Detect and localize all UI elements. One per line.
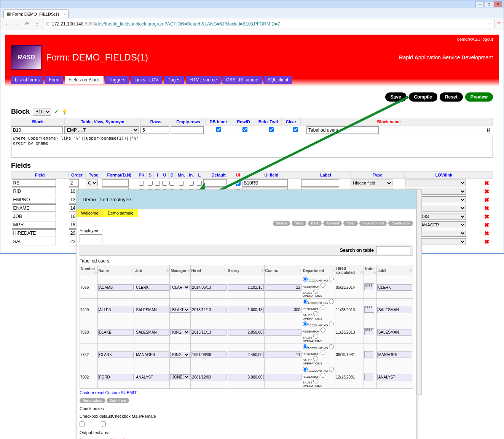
logout-link[interactable]: logout	[482, 37, 493, 41]
logo: RASD	[11, 45, 41, 70]
field-name[interactable]	[12, 213, 56, 220]
fields-hdr-13: UI	[234, 172, 242, 179]
delete-row-icon[interactable]: ✖	[483, 188, 490, 195]
url-bar[interactable]: 🗋 172.21.100.148:8088/dev/!rasdc_fieldso…	[43, 20, 495, 28]
preview-btn-search[interactable]: Search	[273, 221, 290, 226]
bulb-icon[interactable]: 💡	[62, 109, 67, 115]
cb-ui[interactable]	[236, 181, 241, 186]
delete-row-icon[interactable]: ✖	[483, 221, 490, 229]
delete-row-icon[interactable]: ✖	[483, 196, 490, 204]
hdr-table: Table, View, Synonym	[65, 118, 141, 125]
cb-in[interactable]	[189, 181, 194, 186]
forward-button[interactable]: →	[13, 20, 21, 28]
field-type[interactable]: C	[86, 180, 98, 186]
preview-tab-1[interactable]: Demo sample	[103, 209, 138, 217]
nav-tab-fields-on-block[interactable]: Fields on Block	[65, 76, 103, 84]
table-select[interactable]: EMP ... T	[64, 126, 139, 134]
fields-hdr-14: UI field	[242, 172, 301, 179]
preview-scrollbar[interactable]	[416, 189, 422, 254]
delete-row-icon[interactable]: ✖	[483, 205, 490, 212]
home-button[interactable]: ⌂	[33, 20, 41, 28]
rowid-cb[interactable]	[242, 127, 247, 132]
cb-mn[interactable]	[179, 181, 184, 186]
field-default[interactable]	[203, 179, 227, 187]
delete-row-icon[interactable]: ✖	[483, 230, 490, 237]
field-name[interactable]	[12, 229, 56, 237]
tool-icon[interactable]: 🛢	[486, 127, 491, 133]
fields-hdr-6: I	[154, 172, 161, 179]
employee-input[interactable]	[80, 234, 102, 242]
clear-cb[interactable]	[293, 127, 298, 132]
field-name[interactable]	[12, 221, 56, 229]
block-select[interactable]: B10	[33, 108, 51, 116]
preview-btn-forward[interactable]: Forward	[323, 221, 342, 226]
rows-input[interactable]	[140, 126, 169, 134]
search-input[interactable]	[376, 246, 410, 254]
field-uifield[interactable]	[242, 179, 288, 187]
compile-button[interactable]: Compile	[409, 92, 437, 102]
save-button[interactable]: Save	[385, 92, 407, 102]
employee-label: Employee:	[80, 228, 99, 233]
back-button[interactable]: ←	[3, 20, 11, 28]
delete-row-icon[interactable]: ✖	[483, 213, 490, 220]
page-title: Form: DEMO_FIELDS(1)	[46, 52, 148, 63]
nav-tab-css-js-source[interactable]: CSS, JS source	[222, 76, 262, 84]
cb-pk[interactable]	[139, 181, 144, 186]
fields-title: Fields	[11, 162, 493, 170]
cb-u[interactable]	[162, 181, 167, 186]
preview-btn-create-error[interactable]: Create error	[388, 221, 413, 226]
delete-row-icon[interactable]: ✖	[483, 238, 490, 245]
delete-row-icon[interactable]: ✖	[483, 180, 490, 187]
nav-tab-pages[interactable]: Pages	[164, 76, 184, 84]
cb-l[interactable]	[197, 181, 202, 186]
preview-btn-back[interactable]: Back	[308, 221, 322, 226]
field-name[interactable]	[12, 238, 56, 245]
cb-s[interactable]	[148, 181, 153, 186]
nav-tab-links-lov[interactable]: Links - LOV	[131, 76, 162, 84]
sql-textarea[interactable]: where upper(ename) like '%'||upper(penam…	[11, 135, 493, 157]
cb-i[interactable]	[155, 181, 160, 186]
preview-btn-reset[interactable]: Reset	[292, 221, 307, 226]
preview-window: Demo - find employee WelcomeDemo sample …	[76, 189, 416, 254]
hdr-rows: Rows	[141, 118, 171, 125]
browser-tab[interactable]: ▦ Form: DEMO_FIELDS(1) ×	[3, 10, 69, 18]
nav-tab-triggers[interactable]: Triggers	[105, 76, 129, 84]
fields-hdr-10: In.	[187, 172, 196, 179]
field-name[interactable]	[12, 188, 56, 195]
preview-btn-save-commit[interactable]: Save+Commit	[359, 221, 387, 226]
block-label: Block	[11, 108, 30, 116]
db-block-cb[interactable]	[216, 127, 221, 132]
empty-input[interactable]	[171, 126, 204, 134]
blockname-input[interactable]	[306, 126, 379, 134]
menu-icon[interactable]: ≡	[497, 21, 501, 27]
block-val[interactable]	[11, 126, 63, 134]
nav-tab-html-source[interactable]: HTML source	[186, 76, 221, 84]
preview-button[interactable]: Preview	[465, 92, 493, 102]
window-minimize[interactable]: —	[475, 1, 484, 7]
hdr-bck: Bck / Fwd	[255, 118, 282, 125]
nav-tab-list-of-forms[interactable]: List of forms	[11, 76, 43, 84]
preview-tab-0[interactable]: Welcome	[77, 209, 103, 217]
bckfwd-cb[interactable]	[269, 127, 274, 132]
tab-close-icon[interactable]: ×	[63, 12, 65, 16]
bookmark-icon[interactable]: ☆	[488, 21, 492, 27]
cb-d[interactable]	[169, 181, 174, 186]
field-lov[interactable]	[405, 180, 466, 186]
field-format[interactable]	[102, 179, 129, 187]
nav-tab-sql-client[interactable]: SQL client	[263, 76, 292, 84]
field-name[interactable]	[12, 204, 56, 212]
window-maximize[interactable]: □	[485, 1, 493, 7]
reset-button[interactable]: Reset	[440, 92, 463, 102]
reload-button[interactable]: ⟳	[23, 20, 31, 28]
field-order[interactable]	[69, 179, 79, 187]
nav-tab-form[interactable]: Form	[45, 76, 63, 84]
field-name[interactable]	[12, 179, 56, 187]
field-name[interactable]	[12, 196, 56, 204]
hdr-block: Block	[11, 118, 65, 125]
field-label[interactable]	[301, 179, 339, 187]
page-icon: 🗋	[46, 21, 50, 27]
window-close[interactable]: ✕	[494, 1, 502, 7]
tagline: Rapid Application Service Development	[399, 54, 493, 60]
preview-btn-clear[interactable]: Clear	[343, 221, 358, 226]
field-ftype[interactable]: Hidden field	[351, 180, 392, 186]
